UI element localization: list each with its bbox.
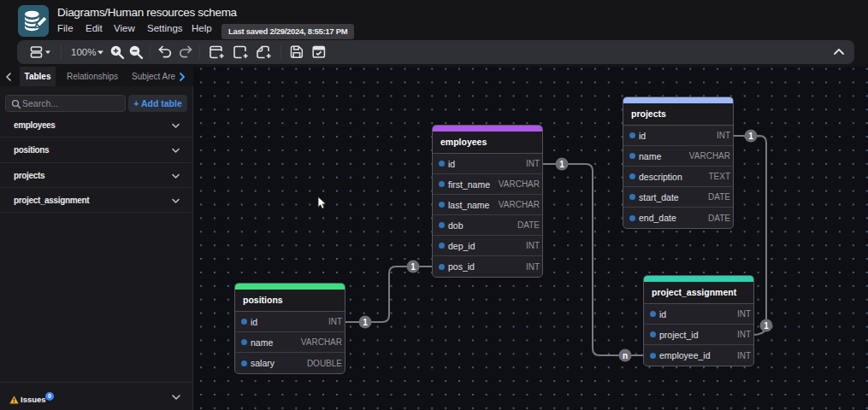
svg-text:n: n bbox=[623, 351, 628, 360]
svg-text:1: 1 bbox=[363, 318, 368, 327]
svg-text:1: 1 bbox=[559, 160, 564, 169]
svg-text:1: 1 bbox=[764, 321, 769, 331]
svg-text:1: 1 bbox=[748, 132, 753, 141]
svg-text:1: 1 bbox=[410, 262, 416, 272]
